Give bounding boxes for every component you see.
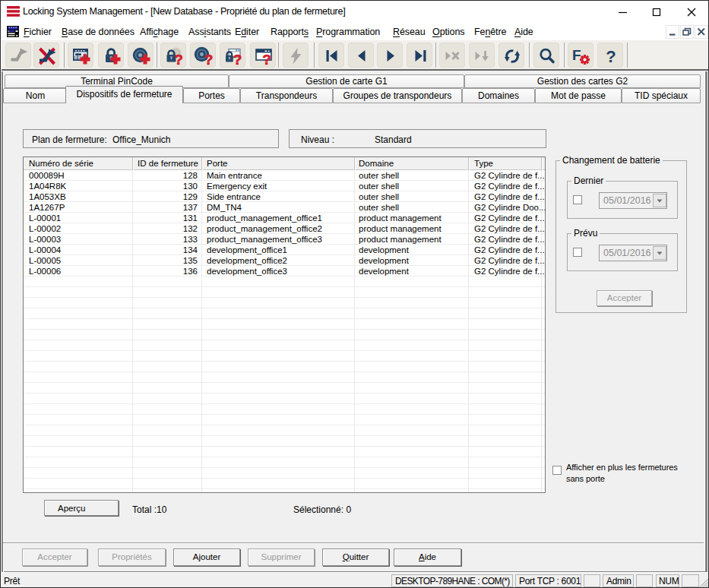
svg-text:?: ?	[233, 52, 242, 67]
svg-text:?: ?	[204, 52, 214, 67]
svg-text:?: ?	[606, 47, 616, 66]
svg-text:F: F	[572, 47, 581, 63]
svg-text:?: ?	[174, 52, 183, 67]
svg-text:?: ?	[262, 52, 271, 66]
